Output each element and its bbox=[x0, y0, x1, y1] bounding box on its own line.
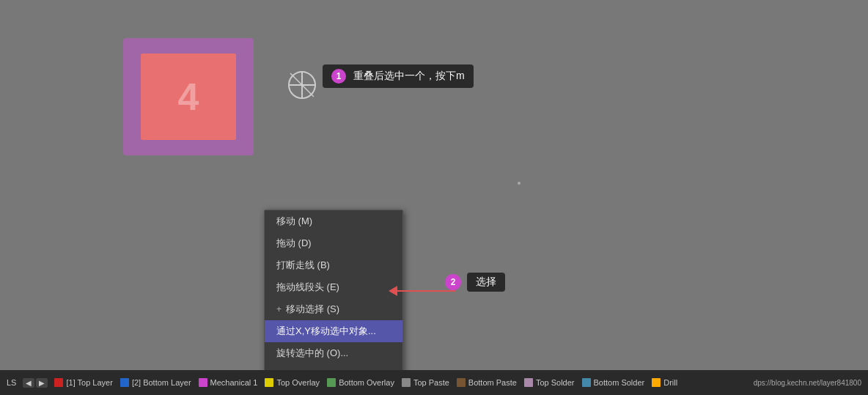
status-drill[interactable]: Drill bbox=[648, 378, 681, 387]
context-menu: 移动 (M) 拖动 (D) 打断走线 (B) 拖动线段头 (E) + 移动选择 … bbox=[264, 210, 403, 387]
top-layer-color bbox=[54, 378, 63, 387]
status-bar: LS ◀ ▶ [1] Top Layer [2] Bottom Layer Me… bbox=[0, 370, 868, 395]
bottom-layer-color bbox=[120, 378, 129, 387]
status-top-overlay[interactable]: Top Overlay bbox=[261, 378, 323, 387]
badge-2-circle: 2 bbox=[445, 274, 461, 290]
tooltip-badge-1: 1 bbox=[331, 69, 346, 84]
menu-item-drag-label: 拖动 (D) bbox=[276, 237, 312, 250]
canvas-area: 4 1 重叠后选中一个，按下m 移动 (M) 拖动 (D) 打断走线 (B) 拖… bbox=[0, 0, 868, 370]
bottom-overlay-color bbox=[327, 378, 336, 387]
pcb-outer: 4 bbox=[123, 38, 254, 155]
menu-item-drag[interactable]: 拖动 (D) bbox=[265, 232, 402, 254]
menu-item-rotate-label: 旋转选中的 (O)... bbox=[276, 347, 348, 360]
nav-prev[interactable]: ◀ bbox=[23, 378, 34, 388]
tooltip-1: 1 重叠后选中一个，按下m bbox=[323, 64, 474, 88]
arrow-head bbox=[389, 286, 397, 296]
right-text-label: dps://blog.kechn.net/layer841800 bbox=[754, 379, 861, 387]
menu-item-drag-end[interactable]: 拖动线段头 (E) bbox=[265, 276, 402, 298]
menu-item-move-select-label: 移动选择 (S) bbox=[286, 303, 339, 316]
menu-item-break[interactable]: 打断走线 (B) bbox=[265, 254, 402, 276]
nav-next[interactable]: ▶ bbox=[36, 378, 48, 388]
menu-item-move[interactable]: 移动 (M) bbox=[265, 210, 402, 232]
menu-item-move-select[interactable]: + 移动选择 (S) bbox=[265, 298, 402, 320]
status-mechanical[interactable]: Mechanical 1 bbox=[195, 378, 262, 387]
menu-item-move-xy[interactable]: 通过X,Y移动选中对象... bbox=[265, 320, 402, 342]
menu-item-move-xy-label: 通过X,Y移动选中对象... bbox=[276, 325, 376, 338]
bottom-solder-color bbox=[582, 378, 591, 387]
bottom-paste-label: Bottom Paste bbox=[468, 378, 517, 387]
status-top-solder[interactable]: Top Solder bbox=[521, 378, 578, 387]
crosshair-symbol bbox=[286, 69, 318, 101]
mechanical-color bbox=[199, 378, 207, 387]
menu-item-break-label: 打断走线 (B) bbox=[276, 259, 330, 272]
status-right-text: dps://blog.kechn.net/layer841800 bbox=[750, 379, 865, 387]
top-solder-label: Top Solder bbox=[536, 378, 575, 387]
bottom-paste-color bbox=[457, 378, 466, 387]
status-nav: ◀ ▶ bbox=[20, 378, 51, 388]
top-overlay-color bbox=[265, 378, 273, 387]
status-top-paste[interactable]: Top Paste bbox=[398, 378, 453, 387]
top-paste-label: Top Paste bbox=[413, 378, 449, 387]
top-solder-color bbox=[524, 378, 533, 387]
status-bottom-layer[interactable]: [2] Bottom Layer bbox=[117, 378, 195, 387]
menu-item-move-label: 移动 (M) bbox=[276, 215, 312, 228]
mechanical-label: Mechanical 1 bbox=[210, 378, 258, 387]
pcb-component: 4 bbox=[123, 38, 254, 155]
top-layer-label: [1] Top Layer bbox=[66, 378, 112, 387]
status-ls: LS bbox=[3, 378, 20, 387]
bottom-layer-label: [2] Bottom Layer bbox=[132, 378, 191, 387]
canvas-dot bbox=[518, 182, 521, 185]
top-paste-color bbox=[402, 378, 411, 387]
ls-label: LS bbox=[7, 378, 16, 387]
status-bottom-overlay[interactable]: Bottom Overlay bbox=[323, 378, 398, 387]
pcb-number: 4 bbox=[178, 75, 199, 119]
badge-2: 2 选择 bbox=[445, 273, 505, 292]
plus-icon: + bbox=[276, 304, 282, 314]
tooltip-1-text: 重叠后选中一个，按下m bbox=[353, 70, 465, 81]
bottom-overlay-label: Bottom Overlay bbox=[339, 378, 394, 387]
status-bottom-paste[interactable]: Bottom Paste bbox=[453, 378, 521, 387]
badge-2-label: 选择 bbox=[467, 273, 505, 292]
pcb-inner: 4 bbox=[141, 53, 236, 140]
drill-color bbox=[652, 378, 661, 387]
status-bottom-solder[interactable]: Bottom Solder bbox=[578, 378, 649, 387]
bottom-solder-label: Bottom Solder bbox=[594, 378, 645, 387]
menu-item-rotate[interactable]: 旋转选中的 (O)... bbox=[265, 342, 402, 364]
status-top-layer[interactable]: [1] Top Layer bbox=[51, 378, 116, 387]
menu-item-drag-end-label: 拖动线段头 (E) bbox=[276, 281, 339, 294]
top-overlay-label: Top Overlay bbox=[276, 378, 320, 387]
drill-label: Drill bbox=[663, 378, 677, 387]
